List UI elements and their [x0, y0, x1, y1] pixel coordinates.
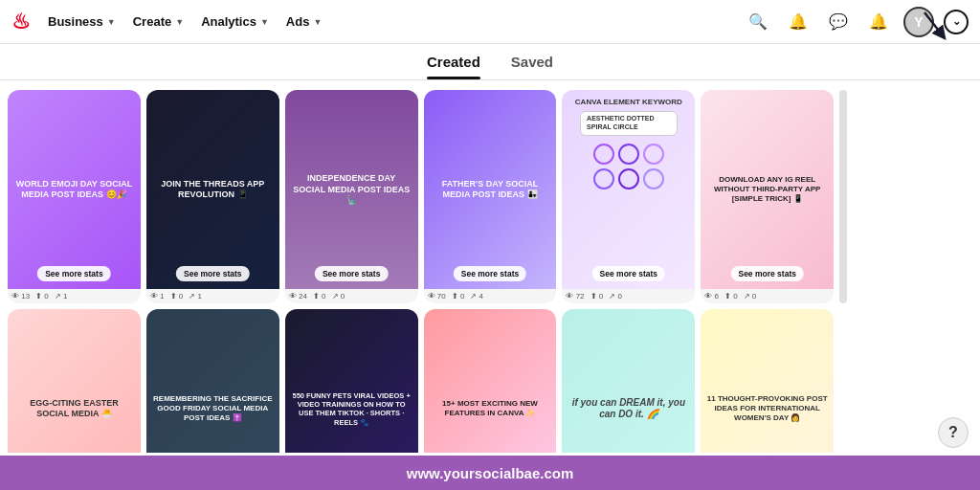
click-count: ↗ 0: [744, 292, 757, 301]
view-count: 👁 1: [150, 292, 165, 301]
pin-card[interactable]: if you can DREAM it, you can DO it. 🌈: [562, 309, 695, 453]
save-count: ⬆ 0: [590, 292, 604, 301]
pin-card[interactable]: FATHER'S DAY SOCIAL MEDIA POST IDEAS 👨‍👧…: [424, 90, 557, 303]
pin-thumbnail: 550 Funny Pets Viral Videos + Video Trai…: [285, 309, 418, 453]
pin-thumbnail: 11 THOUGHT-PROVOKING POST IDEAS FOR Inte…: [701, 309, 834, 453]
nav-business[interactable]: Business ▼: [48, 14, 116, 29]
view-count: 👁 72: [566, 292, 584, 301]
pin-card[interactable]: 11 THOUGHT-PROVOKING POST IDEAS FOR Inte…: [701, 309, 834, 453]
nav-analytics-label: Analytics: [201, 14, 256, 29]
pin-thumbnail: WORLD EMOJI DAY SOCIAL MEDIA POST IDEAS …: [8, 90, 141, 289]
pin-card[interactable]: REMEMBERING THE SACRIFICE GOOD FRIDAY SO…: [146, 309, 279, 453]
nav-create[interactable]: Create ▼: [133, 14, 184, 29]
save-count: ⬆ 0: [170, 292, 184, 301]
see-more-stats-button[interactable]: See more stats: [37, 266, 110, 281]
footer-bar: www.yoursocialbae.com: [0, 456, 980, 490]
click-count: ↗ 1: [55, 292, 68, 301]
chevron-down-icon: ▼: [107, 17, 116, 27]
tab-created[interactable]: Created: [427, 54, 480, 79]
pin-image: WORLD EMOJI DAY SOCIAL MEDIA POST IDEAS …: [8, 90, 141, 289]
pin-card[interactable]: INDEPENDENCE DAY SOCIAL MEDIA POST IDEAS…: [285, 90, 418, 303]
messages-button[interactable]: 💬: [823, 7, 854, 37]
pin-card[interactable]: 550 Funny Pets Viral Videos + Video Trai…: [285, 309, 418, 453]
pin-image: 11 THOUGHT-PROVOKING POST IDEAS FOR Inte…: [701, 309, 834, 453]
pins-container: WORLD EMOJI DAY SOCIAL MEDIA POST IDEAS …: [0, 80, 980, 453]
pin-image: FATHER'S DAY SOCIAL MEDIA POST IDEAS 👨‍👧…: [424, 90, 557, 289]
pin-card[interactable]: EGG-CITING EASTER SOCIAL MEDIA 🐣: [8, 309, 141, 453]
pin-image: EGG-CITING EASTER SOCIAL MEDIA 🐣: [8, 309, 141, 453]
pin-card[interactable]: WORLD EMOJI DAY SOCIAL MEDIA POST IDEAS …: [8, 90, 141, 303]
view-count: 👁 70: [428, 292, 446, 301]
pin-image: CANVA ELEMENT KEYWORD aesthetic dotted s…: [562, 90, 695, 289]
save-count: ⬆ 0: [724, 292, 738, 301]
avatar[interactable]: Y: [903, 7, 934, 37]
tab-saved[interactable]: Saved: [511, 54, 553, 79]
pins-grid: WORLD EMOJI DAY SOCIAL MEDIA POST IDEAS …: [8, 90, 972, 453]
notifications-button[interactable]: 🔔: [783, 7, 813, 37]
pin-meta: 👁 70 ⬆ 0 ↗ 4: [424, 289, 557, 303]
pin-thumbnail: FATHER'S DAY SOCIAL MEDIA POST IDEAS 👨‍👧: [424, 90, 557, 289]
scrollbar[interactable]: [839, 90, 847, 303]
pin-image: if you can DREAM it, you can DO it. 🌈: [562, 309, 695, 453]
nav-create-label: Create: [133, 14, 171, 29]
pin-card[interactable]: DOWNLOAD ANY IG REEL WITHOUT THIRD-PARTY…: [701, 90, 834, 303]
chevron-down-icon: ▼: [175, 17, 184, 27]
click-count: ↗ 0: [609, 292, 622, 301]
account-dropdown-button[interactable]: ⌄: [944, 10, 969, 34]
navbar: ♨ Business ▼ Create ▼ Analytics ▼ Ads ▼ …: [0, 0, 980, 44]
pin-image: INDEPENDENCE DAY SOCIAL MEDIA POST IDEAS…: [285, 90, 418, 289]
pin-meta: 👁 1 ⬆ 0 ↗ 1: [146, 289, 279, 303]
save-count: ⬆ 0: [313, 292, 326, 301]
chevron-down-icon: ▼: [313, 17, 322, 27]
nav-ads-label: Ads: [286, 14, 310, 29]
search-button[interactable]: 🔍: [743, 7, 773, 37]
click-count: ↗ 4: [470, 292, 483, 301]
pin-meta: 👁 24 ⬆ 0 ↗ 0: [285, 289, 418, 303]
pin-meta: 👁 72 ⬆ 0 ↗ 0: [562, 289, 695, 303]
pin-meta: 👁 6 ⬆ 0 ↗ 0: [701, 289, 834, 303]
chevron-down-icon: ▼: [260, 17, 269, 27]
see-more-stats-button[interactable]: See more stats: [730, 266, 803, 281]
pin-thumbnail: 15+ MOST EXCITING NEW FEATURES IN CANVA …: [424, 309, 557, 453]
see-more-stats-button[interactable]: See more stats: [176, 266, 249, 281]
nav-icon-group: 🔍 🔔 💬 🔔 Y ⌄: [743, 7, 969, 37]
nav-ads[interactable]: Ads ▼: [286, 14, 322, 29]
see-more-stats-button[interactable]: See more stats: [315, 266, 388, 281]
pin-card[interactable]: 15+ MOST EXCITING NEW FEATURES IN CANVA …: [424, 309, 557, 453]
click-count: ↗ 1: [189, 292, 202, 301]
help-button[interactable]: ?: [938, 417, 969, 448]
pin-thumbnail: CANVA ELEMENT KEYWORD aesthetic dotted s…: [562, 90, 695, 289]
pin-thumbnail: INDEPENDENCE DAY SOCIAL MEDIA POST IDEAS…: [285, 90, 418, 289]
pin-thumbnail: if you can DREAM it, you can DO it. 🌈: [562, 309, 695, 453]
pin-thumbnail: JOIN THE THREADS APP REVOLUTION 📱: [146, 90, 279, 289]
footer-text: www.yoursocialbae.com: [407, 465, 574, 481]
alerts-button[interactable]: 🔔: [863, 7, 894, 37]
see-more-stats-button[interactable]: See more stats: [454, 266, 526, 281]
view-count: 👁 13: [11, 292, 30, 301]
save-count: ⬆ 0: [452, 292, 465, 301]
pin-meta: 👁 13 ⬆ 0 ↗ 1: [8, 289, 141, 303]
view-count: 👁 6: [704, 292, 719, 301]
pin-card[interactable]: JOIN THE THREADS APP REVOLUTION 📱 See mo…: [146, 90, 279, 303]
pin-thumbnail: DOWNLOAD ANY IG REEL WITHOUT THIRD-PARTY…: [701, 90, 834, 289]
pinterest-logo[interactable]: ♨: [11, 10, 31, 34]
pin-thumbnail: REMEMBERING THE SACRIFICE GOOD FRIDAY SO…: [146, 309, 279, 453]
click-count: ↗ 0: [332, 292, 345, 301]
pin-image: 15+ MOST EXCITING NEW FEATURES IN CANVA …: [424, 309, 557, 453]
see-more-stats-button[interactable]: See more stats: [592, 266, 665, 281]
save-count: ⬆ 0: [35, 292, 49, 301]
pin-image: 550 Funny Pets Viral Videos + Video Trai…: [285, 309, 418, 453]
tabs-bar: Created Saved: [0, 44, 980, 80]
pin-image: REMEMBERING THE SACRIFICE GOOD FRIDAY SO…: [146, 309, 279, 453]
nav-analytics[interactable]: Analytics ▼: [201, 14, 269, 29]
view-count: 👁 24: [289, 292, 307, 301]
pin-card[interactable]: CANVA ELEMENT KEYWORD aesthetic dotted s…: [562, 90, 695, 303]
pin-image: JOIN THE THREADS APP REVOLUTION 📱 See mo…: [146, 90, 279, 289]
pin-thumbnail: EGG-CITING EASTER SOCIAL MEDIA 🐣: [8, 309, 141, 453]
nav-business-label: Business: [48, 14, 103, 29]
pin-image: DOWNLOAD ANY IG REEL WITHOUT THIRD-PARTY…: [701, 90, 834, 289]
